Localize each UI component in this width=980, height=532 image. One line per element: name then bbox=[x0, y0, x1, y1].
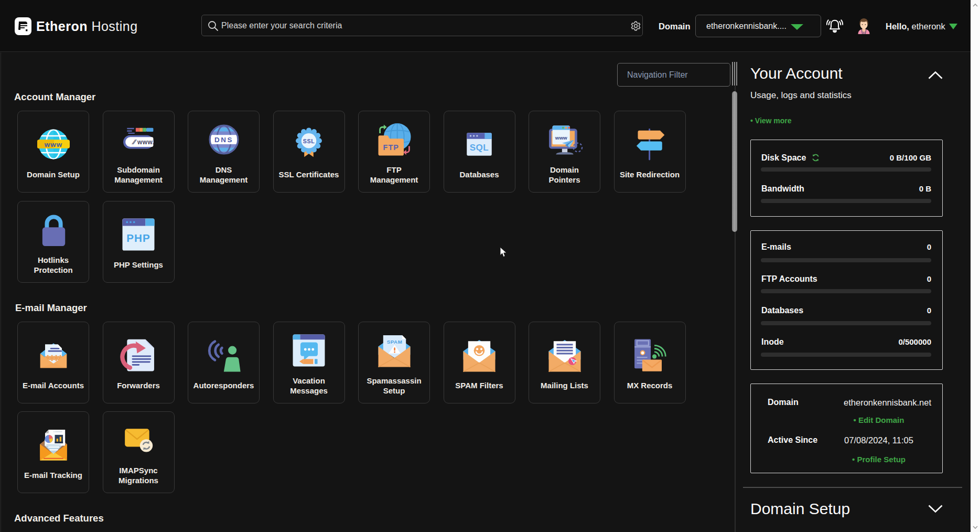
svg-text:PHP: PHP bbox=[126, 232, 150, 244]
svg-text:SSL: SSL bbox=[303, 137, 315, 144]
svg-text:SPAM: SPAM bbox=[386, 339, 402, 345]
svg-text:DNS: DNS bbox=[214, 136, 233, 144]
svg-text:www: www bbox=[44, 140, 62, 148]
svg-text:www: www bbox=[554, 135, 567, 141]
svg-text:www.: www. bbox=[137, 139, 155, 146]
svg-text:FTP: FTP bbox=[383, 143, 399, 152]
svg-text:SQL: SQL bbox=[470, 143, 489, 153]
